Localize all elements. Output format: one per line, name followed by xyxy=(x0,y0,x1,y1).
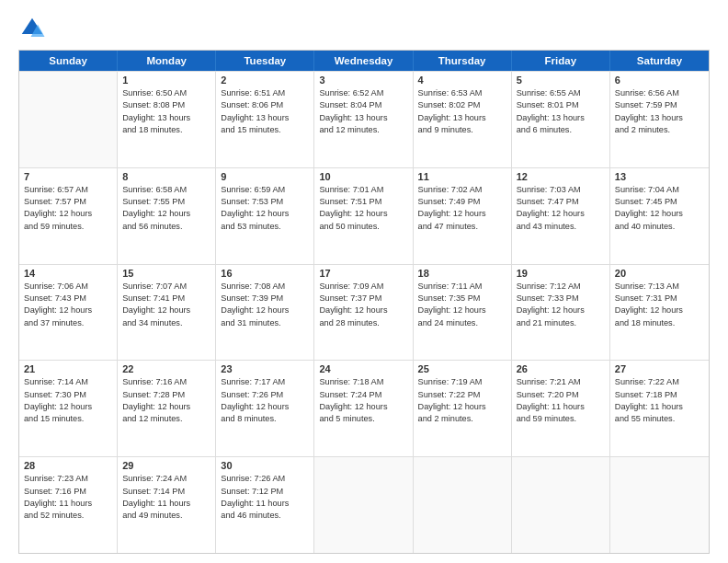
day-info: Sunrise: 6:58 AM Sunset: 7:55 PM Dayligh… xyxy=(122,184,210,233)
day-number: 16 xyxy=(221,268,309,279)
calendar-row-2: 14Sunrise: 7:06 AM Sunset: 7:43 PM Dayli… xyxy=(19,264,709,361)
day-info: Sunrise: 6:57 AM Sunset: 7:57 PM Dayligh… xyxy=(24,184,112,233)
day-info: Sunrise: 7:16 AM Sunset: 7:28 PM Dayligh… xyxy=(122,376,210,425)
day-info: Sunrise: 6:51 AM Sunset: 8:06 PM Dayligh… xyxy=(221,87,309,136)
day-info: Sunrise: 7:26 AM Sunset: 7:12 PM Dayligh… xyxy=(221,473,309,522)
day-info: Sunrise: 6:55 AM Sunset: 8:01 PM Dayligh… xyxy=(517,87,605,136)
header xyxy=(18,15,710,42)
day-number: 6 xyxy=(615,75,704,86)
calendar-row-0: 1Sunrise: 6:50 AM Sunset: 8:08 PM Daylig… xyxy=(19,71,709,167)
calendar-cell: 20Sunrise: 7:13 AM Sunset: 7:31 PM Dayli… xyxy=(610,265,709,361)
day-number: 3 xyxy=(319,75,407,86)
calendar-cell: 2Sunrise: 6:51 AM Sunset: 8:06 PM Daylig… xyxy=(216,72,314,167)
calendar-row-4: 28Sunrise: 7:23 AM Sunset: 7:16 PM Dayli… xyxy=(19,456,709,553)
day-number: 1 xyxy=(122,75,210,86)
calendar: SundayMondayTuesdayWednesdayThursdayFrid… xyxy=(18,50,710,554)
day-number: 4 xyxy=(418,75,506,86)
calendar-row-3: 21Sunrise: 7:14 AM Sunset: 7:30 PM Dayli… xyxy=(19,360,709,456)
day-info: Sunrise: 7:07 AM Sunset: 7:41 PM Dayligh… xyxy=(122,281,210,329)
calendar-cell: 24Sunrise: 7:18 AM Sunset: 7:24 PM Dayli… xyxy=(314,361,413,456)
day-number: 30 xyxy=(221,460,309,471)
calendar-cell: 26Sunrise: 7:21 AM Sunset: 7:20 PM Dayli… xyxy=(512,361,610,456)
calendar-cell: 1Sunrise: 6:50 AM Sunset: 8:08 PM Daylig… xyxy=(118,72,216,167)
calendar-cell xyxy=(414,457,512,553)
day-info: Sunrise: 7:23 AM Sunset: 7:16 PM Dayligh… xyxy=(24,473,112,522)
day-info: Sunrise: 7:04 AM Sunset: 7:45 PM Dayligh… xyxy=(615,184,704,233)
calendar-cell: 25Sunrise: 7:19 AM Sunset: 7:22 PM Dayli… xyxy=(414,361,512,456)
calendar-cell: 19Sunrise: 7:12 AM Sunset: 7:33 PM Dayli… xyxy=(512,265,610,361)
day-number: 19 xyxy=(517,268,605,279)
calendar-cell: 5Sunrise: 6:55 AM Sunset: 8:01 PM Daylig… xyxy=(512,72,610,167)
calendar-cell: 22Sunrise: 7:16 AM Sunset: 7:28 PM Dayli… xyxy=(118,361,216,456)
calendar-cell: 27Sunrise: 7:22 AM Sunset: 7:18 PM Dayli… xyxy=(610,361,709,456)
header-day-wednesday: Wednesday xyxy=(314,51,413,71)
day-number: 18 xyxy=(418,268,506,279)
day-number: 21 xyxy=(24,363,112,374)
day-info: Sunrise: 7:19 AM Sunset: 7:22 PM Dayligh… xyxy=(418,376,506,425)
calendar-cell: 15Sunrise: 7:07 AM Sunset: 7:41 PM Dayli… xyxy=(118,265,216,361)
calendar-cell: 3Sunrise: 6:52 AM Sunset: 8:04 PM Daylig… xyxy=(314,72,413,167)
day-info: Sunrise: 7:02 AM Sunset: 7:49 PM Dayligh… xyxy=(418,184,506,233)
day-info: Sunrise: 7:08 AM Sunset: 7:39 PM Dayligh… xyxy=(221,281,309,329)
header-day-tuesday: Tuesday xyxy=(216,51,314,71)
calendar-cell: 4Sunrise: 6:53 AM Sunset: 8:02 PM Daylig… xyxy=(414,72,512,167)
day-number: 7 xyxy=(24,171,112,182)
day-number: 24 xyxy=(319,363,407,374)
calendar-cell xyxy=(314,457,413,553)
calendar-cell: 7Sunrise: 6:57 AM Sunset: 7:57 PM Daylig… xyxy=(19,168,118,264)
calendar-cell xyxy=(512,457,610,553)
day-number: 5 xyxy=(517,75,605,86)
calendar-cell xyxy=(610,457,709,553)
day-info: Sunrise: 7:09 AM Sunset: 7:37 PM Dayligh… xyxy=(319,281,407,329)
calendar-cell: 8Sunrise: 6:58 AM Sunset: 7:55 PM Daylig… xyxy=(118,168,216,264)
day-number: 17 xyxy=(319,268,407,279)
day-info: Sunrise: 7:12 AM Sunset: 7:33 PM Dayligh… xyxy=(517,281,605,329)
day-number: 20 xyxy=(615,268,704,279)
day-info: Sunrise: 7:18 AM Sunset: 7:24 PM Dayligh… xyxy=(319,376,407,425)
day-info: Sunrise: 6:52 AM Sunset: 8:04 PM Dayligh… xyxy=(319,87,407,136)
day-info: Sunrise: 6:53 AM Sunset: 8:02 PM Dayligh… xyxy=(418,87,506,136)
day-info: Sunrise: 7:13 AM Sunset: 7:31 PM Dayligh… xyxy=(615,281,704,329)
day-info: Sunrise: 7:22 AM Sunset: 7:18 PM Dayligh… xyxy=(615,376,704,425)
day-number: 10 xyxy=(319,171,407,182)
calendar-cell: 11Sunrise: 7:02 AM Sunset: 7:49 PM Dayli… xyxy=(414,168,512,264)
day-number: 13 xyxy=(615,171,704,182)
calendar-cell xyxy=(19,72,118,167)
day-info: Sunrise: 7:06 AM Sunset: 7:43 PM Dayligh… xyxy=(24,281,112,329)
calendar-cell: 16Sunrise: 7:08 AM Sunset: 7:39 PM Dayli… xyxy=(216,265,314,361)
calendar-cell: 30Sunrise: 7:26 AM Sunset: 7:12 PM Dayli… xyxy=(216,457,314,553)
calendar-cell: 14Sunrise: 7:06 AM Sunset: 7:43 PM Dayli… xyxy=(19,265,118,361)
calendar-cell: 12Sunrise: 7:03 AM Sunset: 7:47 PM Dayli… xyxy=(512,168,610,264)
header-day-sunday: Sunday xyxy=(19,51,118,71)
calendar-body: 1Sunrise: 6:50 AM Sunset: 8:08 PM Daylig… xyxy=(19,71,709,553)
calendar-cell: 28Sunrise: 7:23 AM Sunset: 7:16 PM Dayli… xyxy=(19,457,118,553)
logo-icon xyxy=(18,15,46,42)
page: SundayMondayTuesdayWednesdayThursdayFrid… xyxy=(0,0,728,563)
day-info: Sunrise: 7:17 AM Sunset: 7:26 PM Dayligh… xyxy=(221,376,309,425)
day-info: Sunrise: 7:14 AM Sunset: 7:30 PM Dayligh… xyxy=(24,376,112,425)
calendar-cell: 10Sunrise: 7:01 AM Sunset: 7:51 PM Dayli… xyxy=(314,168,413,264)
day-info: Sunrise: 7:21 AM Sunset: 7:20 PM Dayligh… xyxy=(517,376,605,425)
day-number: 2 xyxy=(221,75,309,86)
day-info: Sunrise: 6:56 AM Sunset: 7:59 PM Dayligh… xyxy=(615,87,704,136)
day-info: Sunrise: 7:24 AM Sunset: 7:14 PM Dayligh… xyxy=(122,473,210,522)
day-number: 27 xyxy=(615,363,704,374)
day-number: 15 xyxy=(122,268,210,279)
calendar-cell: 13Sunrise: 7:04 AM Sunset: 7:45 PM Dayli… xyxy=(610,168,709,264)
header-day-friday: Friday xyxy=(512,51,610,71)
header-day-monday: Monday xyxy=(118,51,216,71)
day-info: Sunrise: 6:50 AM Sunset: 8:08 PM Dayligh… xyxy=(122,87,210,136)
day-number: 25 xyxy=(418,363,506,374)
calendar-cell: 23Sunrise: 7:17 AM Sunset: 7:26 PM Dayli… xyxy=(216,361,314,456)
calendar-cell: 18Sunrise: 7:11 AM Sunset: 7:35 PM Dayli… xyxy=(414,265,512,361)
day-number: 11 xyxy=(418,171,506,182)
day-number: 23 xyxy=(221,363,309,374)
calendar-cell: 17Sunrise: 7:09 AM Sunset: 7:37 PM Dayli… xyxy=(314,265,413,361)
logo xyxy=(18,15,50,42)
calendar-cell: 21Sunrise: 7:14 AM Sunset: 7:30 PM Dayli… xyxy=(19,361,118,456)
day-number: 12 xyxy=(517,171,605,182)
header-day-saturday: Saturday xyxy=(610,51,709,71)
day-number: 29 xyxy=(122,460,210,471)
day-number: 8 xyxy=(122,171,210,182)
header-day-thursday: Thursday xyxy=(414,51,512,71)
